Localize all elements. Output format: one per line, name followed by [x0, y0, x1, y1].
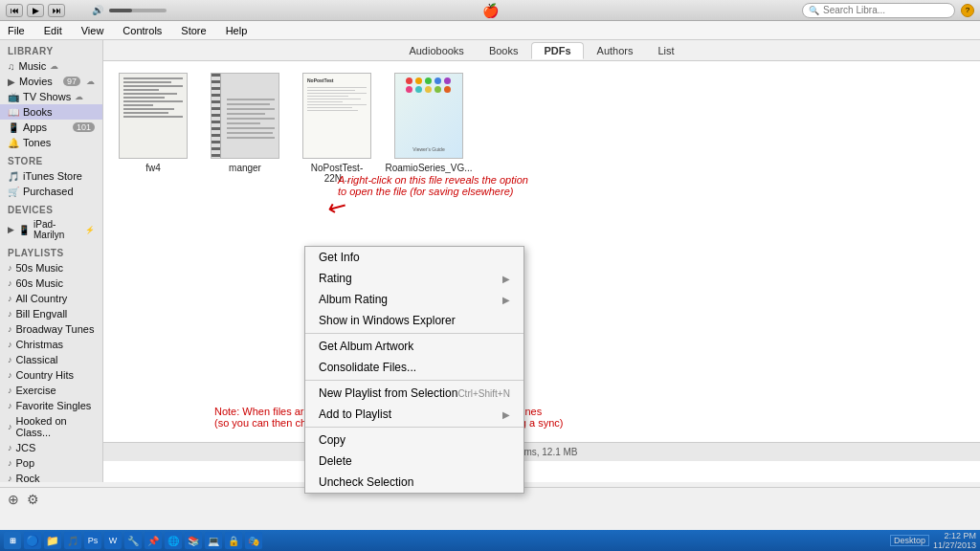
playlist-icon-50s: ♪	[8, 263, 12, 273]
taskbar-misc6[interactable]: 🔒	[225, 532, 242, 549]
ctx-consolidate[interactable]: Consolidate Files...	[305, 357, 523, 378]
tab-authors[interactable]: Authors	[586, 43, 645, 58]
ctx-rating[interactable]: Rating ▶	[305, 268, 523, 289]
ctx-uncheck[interactable]: Uncheck Selection	[305, 472, 523, 493]
context-menu: Get Info Rating ▶ Album Rating ▶ Show in…	[304, 246, 524, 494]
sidebar-item-music[interactable]: ♫ Music ☁	[0, 58, 102, 74]
book-fw4[interactable]: fw4	[115, 73, 191, 173]
sidebar-label-tones: Tones	[23, 137, 51, 148]
book-roamio[interactable]: Viewer's Guide RoamioSeries_VG...	[390, 73, 467, 173]
sidebar-label-itunes-store: iTunes Store	[23, 170, 82, 182]
ctx-label-consolidate: Consolidate Files...	[319, 361, 416, 374]
sidebar-label-books: Books	[23, 106, 53, 118]
sidebar-item-rock[interactable]: ♪ Rock	[0, 471, 102, 482]
apps-icon: 📱	[8, 122, 19, 133]
ctx-label-add-to-playlist: Add to Playlist	[319, 408, 391, 421]
transport-controls[interactable]: ⏮ ▶ ⏭	[6, 4, 65, 17]
sidebar-item-books[interactable]: 📖 Books	[0, 104, 102, 120]
taskbar-misc1[interactable]: 🔧	[124, 532, 142, 549]
next-btn[interactable]: ⏭	[48, 4, 65, 17]
movies-icon: ▶	[8, 77, 15, 87]
book-title-manger: manger	[229, 163, 261, 173]
book-manger[interactable]: manger	[207, 73, 283, 173]
tab-pdfs[interactable]: PDFs	[531, 42, 583, 59]
movies-badge: 97	[63, 77, 80, 86]
help-btn[interactable]: ?	[961, 4, 974, 17]
sidebar-item-purchased[interactable]: 🛒 Purchased	[0, 184, 102, 199]
desktop-label[interactable]: Desktop	[890, 535, 929, 546]
devices-section-label: DEVICES	[0, 199, 102, 217]
menu-file[interactable]: File	[4, 23, 29, 38]
sidebar-label-apps: Apps	[23, 121, 47, 133]
sidebar-item-favoritesingles[interactable]: ♪ Favorite Singles	[0, 398, 102, 413]
taskbar-misc3[interactable]: 🌐	[165, 532, 182, 549]
ctx-album-rating[interactable]: Album Rating ▶	[305, 289, 523, 310]
taskbar-misc4[interactable]: 📚	[185, 532, 202, 549]
taskbar-misc5[interactable]: 💻	[205, 532, 222, 549]
taskbar-misc2[interactable]: 📌	[145, 532, 162, 549]
apps-badge: 101	[73, 122, 95, 132]
menu-help[interactable]: Help	[222, 23, 252, 38]
playlist-icon-countryhits: ♪	[8, 370, 12, 380]
search-input[interactable]	[823, 5, 938, 15]
sidebar-item-50s[interactable]: ♪ 50s Music	[0, 260, 102, 276]
book-cover-manger	[211, 73, 279, 159]
playlist-icon-classical: ♪	[8, 355, 12, 364]
tab-list[interactable]: List	[647, 43, 686, 58]
ctx-delete[interactable]: Delete	[305, 451, 523, 472]
taskbar-ie[interactable]: 🔵	[24, 532, 41, 549]
book-nopost[interactable]: NoPostTest NoPostTest-22N...	[299, 73, 375, 184]
ctx-get-artwork[interactable]: Get Album Artwork	[305, 336, 523, 357]
taskbar-word[interactable]: W	[104, 532, 122, 549]
sidebar-item-billengvall[interactable]: ♪ Bill Engvall	[0, 306, 102, 321]
sidebar-label-rock: Rock	[16, 473, 40, 482]
sidebar-item-hooked[interactable]: ♪ Hooked on Class...	[0, 413, 102, 440]
sidebar-item-movies[interactable]: ▶ Movies 97 ☁	[0, 74, 102, 89]
sidebar-item-pop[interactable]: ♪ Pop	[0, 455, 102, 471]
sidebar-item-broadway[interactable]: ♪ Broadway Tunes	[0, 321, 102, 337]
sidebar-item-apps[interactable]: 📱 Apps 101	[0, 120, 102, 135]
ctx-sep-2	[305, 380, 523, 381]
play-btn[interactable]: ▶	[27, 4, 44, 17]
sidebar-item-classical[interactable]: ♪ Classical	[0, 352, 102, 367]
playlist-icon-fav: ♪	[8, 401, 12, 410]
ctx-get-info[interactable]: Get Info	[305, 247, 523, 268]
ctx-add-to-playlist[interactable]: Add to Playlist ▶	[305, 404, 523, 425]
tab-audiobooks[interactable]: Audiobooks	[397, 43, 476, 58]
ctx-new-playlist[interactable]: New Playlist from Selection Ctrl+Shift+N	[305, 383, 523, 404]
taskbar-explorer[interactable]: 📁	[44, 532, 61, 549]
search-box[interactable]: 🔍	[802, 3, 955, 18]
menu-store[interactable]: Store	[177, 23, 210, 38]
sidebar-item-allcountry[interactable]: ♪ All Country	[0, 291, 102, 306]
volume-slider[interactable]	[109, 9, 167, 12]
sidebar-label-broadway: Broadway Tunes	[16, 323, 95, 335]
ctx-show-explorer[interactable]: Show in Windows Explorer	[305, 310, 523, 331]
taskbar-photoshop[interactable]: Ps	[84, 532, 101, 549]
prev-btn[interactable]: ⏮	[6, 4, 23, 17]
taskbar-misc7[interactable]: 🎭	[245, 532, 262, 549]
sidebar-item-exercise[interactable]: ♪ Exercise	[0, 383, 102, 398]
playlist-icon-jcs: ♪	[8, 443, 12, 452]
taskbar-media[interactable]: 🎵	[64, 532, 81, 549]
start-btn[interactable]: ⊞	[4, 532, 21, 549]
taskbar-left: ⊞ 🔵 📁 🎵 Ps W 🔧 📌 🌐 📚 💻 🔒 🎭	[4, 532, 262, 549]
menu-edit[interactable]: Edit	[40, 23, 66, 38]
window-controls[interactable]: ⏮ ▶ ⏭ 🔊	[6, 4, 167, 17]
sidebar-item-countryhits[interactable]: ♪ Country Hits	[0, 367, 102, 383]
menu-view[interactable]: View	[78, 23, 108, 38]
sidebar-item-itunes-store[interactable]: 🎵 iTunes Store	[0, 168, 102, 184]
sidebar-item-christmas[interactable]: ♪ Christmas	[0, 337, 102, 352]
sidebar-item-60s[interactable]: ♪ 60s Music	[0, 276, 102, 291]
sidebar-item-jcs[interactable]: ♪ JCS	[0, 440, 102, 455]
sidebar-item-tvshows[interactable]: 📺 TV Shows ☁	[0, 89, 102, 104]
annotation-text: A right-click on this file reveals the o…	[338, 174, 528, 197]
sidebar-label-christmas: Christmas	[16, 339, 64, 350]
ctx-label-new-playlist: New Playlist from Selection	[319, 386, 457, 400]
ctx-copy[interactable]: Copy	[305, 430, 523, 451]
tab-books[interactable]: Books	[478, 43, 530, 58]
ctx-arrow-rating: ▶	[502, 274, 510, 284]
menu-bar: File Edit View Controls Store Help	[0, 21, 980, 40]
sidebar-item-ipad[interactable]: ▶ 📱 iPad-Marilyn ⚡	[0, 217, 102, 242]
menu-controls[interactable]: Controls	[119, 23, 166, 38]
sidebar-item-tones[interactable]: 🔔 Tones	[0, 135, 102, 150]
